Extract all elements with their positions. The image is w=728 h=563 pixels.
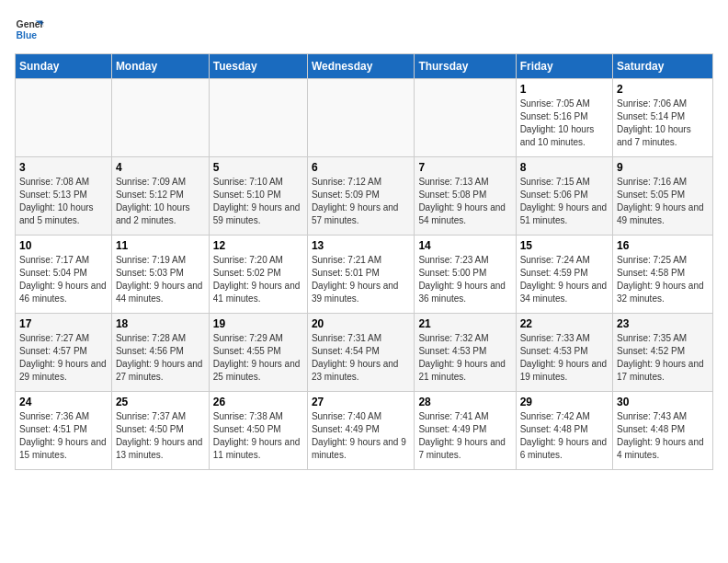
day-info: Sunrise: 7:17 AM Sunset: 5:04 PM Dayligh… [19,254,108,305]
day-info: Sunrise: 7:32 AM Sunset: 4:53 PM Dayligh… [418,332,511,384]
day-number: 12 [213,239,303,252]
day-info: Sunrise: 7:21 AM Sunset: 5:01 PM Dayligh… [312,254,411,305]
calendar-cell: 17Sunrise: 7:27 AM Sunset: 4:57 PM Dayli… [16,314,112,392]
weekday-header: Monday [111,54,209,79]
day-number: 5 [213,161,303,174]
weekday-header: Tuesday [209,54,307,79]
day-info: Sunrise: 7:16 AM Sunset: 5:05 PM Dayligh… [617,176,709,227]
day-info: Sunrise: 7:25 AM Sunset: 4:58 PM Dayligh… [617,254,709,305]
day-info: Sunrise: 7:19 AM Sunset: 5:03 PM Dayligh… [116,254,205,305]
calendar-cell: 2Sunrise: 7:06 AM Sunset: 5:14 PM Daylig… [613,79,713,157]
day-info: Sunrise: 7:09 AM Sunset: 5:12 PM Dayligh… [116,176,205,227]
day-number: 17 [19,317,108,330]
day-info: Sunrise: 7:43 AM Sunset: 4:48 PM Dayligh… [617,410,709,462]
calendar-cell: 7Sunrise: 7:13 AM Sunset: 5:08 PM Daylig… [415,157,516,236]
calendar-cell [111,79,209,157]
calendar-cell: 3Sunrise: 7:08 AM Sunset: 5:13 PM Daylig… [16,157,112,236]
calendar-week-row: 10Sunrise: 7:17 AM Sunset: 5:04 PM Dayli… [16,236,713,314]
day-info: Sunrise: 7:23 AM Sunset: 5:00 PM Dayligh… [418,254,511,305]
calendar-cell: 21Sunrise: 7:32 AM Sunset: 4:53 PM Dayli… [415,314,516,392]
day-number: 9 [617,161,709,174]
calendar-week-row: 17Sunrise: 7:27 AM Sunset: 4:57 PM Dayli… [16,314,713,392]
weekday-header: Saturday [613,54,713,79]
day-info: Sunrise: 7:24 AM Sunset: 4:59 PM Dayligh… [520,254,609,305]
day-number: 21 [418,317,511,330]
day-number: 3 [19,161,108,174]
day-number: 8 [520,161,609,174]
day-number: 14 [418,239,511,252]
day-info: Sunrise: 7:05 AM Sunset: 5:16 PM Dayligh… [520,98,609,149]
page-header: General Blue [15,15,713,44]
day-info: Sunrise: 7:15 AM Sunset: 5:06 PM Dayligh… [520,176,609,227]
calendar-cell: 28Sunrise: 7:41 AM Sunset: 4:49 PM Dayli… [415,392,516,470]
calendar-cell: 8Sunrise: 7:15 AM Sunset: 5:06 PM Daylig… [516,157,612,236]
calendar-week-row: 1Sunrise: 7:05 AM Sunset: 5:16 PM Daylig… [16,79,713,157]
calendar-cell: 15Sunrise: 7:24 AM Sunset: 4:59 PM Dayli… [516,236,612,314]
logo-icon: General Blue [15,15,44,44]
calendar-cell: 9Sunrise: 7:16 AM Sunset: 5:05 PM Daylig… [613,157,713,236]
day-number: 29 [520,396,609,408]
calendar-cell: 25Sunrise: 7:37 AM Sunset: 4:50 PM Dayli… [111,392,209,470]
day-number: 1 [520,83,609,96]
day-info: Sunrise: 7:20 AM Sunset: 5:02 PM Dayligh… [213,254,303,305]
day-number: 28 [418,396,511,408]
calendar-cell: 22Sunrise: 7:33 AM Sunset: 4:53 PM Dayli… [516,314,612,392]
calendar-cell [16,79,112,157]
day-number: 24 [19,396,108,408]
day-number: 20 [312,317,411,330]
calendar-week-row: 24Sunrise: 7:36 AM Sunset: 4:51 PM Dayli… [16,392,713,470]
calendar-cell: 16Sunrise: 7:25 AM Sunset: 4:58 PM Dayli… [613,236,713,314]
calendar-cell: 12Sunrise: 7:20 AM Sunset: 5:02 PM Dayli… [209,236,307,314]
day-info: Sunrise: 7:33 AM Sunset: 4:53 PM Dayligh… [520,332,609,384]
weekday-header: Thursday [415,54,516,79]
day-info: Sunrise: 7:36 AM Sunset: 4:51 PM Dayligh… [19,410,108,462]
calendar-cell: 29Sunrise: 7:42 AM Sunset: 4:48 PM Dayli… [516,392,612,470]
day-info: Sunrise: 7:35 AM Sunset: 4:52 PM Dayligh… [617,332,709,384]
day-number: 6 [312,161,411,174]
day-number: 19 [213,317,303,330]
calendar-cell: 10Sunrise: 7:17 AM Sunset: 5:04 PM Dayli… [16,236,112,314]
day-info: Sunrise: 7:13 AM Sunset: 5:08 PM Dayligh… [418,176,511,227]
calendar-cell: 24Sunrise: 7:36 AM Sunset: 4:51 PM Dayli… [16,392,112,470]
calendar-cell: 6Sunrise: 7:12 AM Sunset: 5:09 PM Daylig… [307,157,415,236]
calendar-cell: 14Sunrise: 7:23 AM Sunset: 5:00 PM Dayli… [415,236,516,314]
day-info: Sunrise: 7:28 AM Sunset: 4:56 PM Dayligh… [116,332,205,384]
day-number: 25 [116,396,205,408]
svg-text:Blue: Blue [17,30,38,40]
calendar-week-row: 3Sunrise: 7:08 AM Sunset: 5:13 PM Daylig… [16,157,713,236]
calendar-cell: 11Sunrise: 7:19 AM Sunset: 5:03 PM Dayli… [111,236,209,314]
calendar-cell [307,79,415,157]
day-number: 30 [617,396,709,408]
day-number: 15 [520,239,609,252]
day-info: Sunrise: 7:31 AM Sunset: 4:54 PM Dayligh… [312,332,411,384]
day-number: 13 [312,239,411,252]
weekday-header-row: SundayMondayTuesdayWednesdayThursdayFrid… [16,54,713,79]
calendar-cell: 5Sunrise: 7:10 AM Sunset: 5:10 PM Daylig… [209,157,307,236]
day-info: Sunrise: 7:37 AM Sunset: 4:50 PM Dayligh… [116,410,205,462]
calendar-cell: 4Sunrise: 7:09 AM Sunset: 5:12 PM Daylig… [111,157,209,236]
day-info: Sunrise: 7:40 AM Sunset: 4:49 PM Dayligh… [312,410,411,462]
day-number: 26 [213,396,303,408]
calendar-cell: 27Sunrise: 7:40 AM Sunset: 4:49 PM Dayli… [307,392,415,470]
weekday-header: Sunday [16,54,112,79]
day-number: 2 [617,83,709,96]
calendar-cell [415,79,516,157]
calendar-cell: 26Sunrise: 7:38 AM Sunset: 4:50 PM Dayli… [209,392,307,470]
day-number: 16 [617,239,709,252]
calendar-cell: 13Sunrise: 7:21 AM Sunset: 5:01 PM Dayli… [307,236,415,314]
day-info: Sunrise: 7:38 AM Sunset: 4:50 PM Dayligh… [213,410,303,462]
calendar-cell: 18Sunrise: 7:28 AM Sunset: 4:56 PM Dayli… [111,314,209,392]
day-number: 4 [116,161,205,174]
day-number: 18 [116,317,205,330]
day-info: Sunrise: 7:06 AM Sunset: 5:14 PM Dayligh… [617,98,709,149]
weekday-header: Wednesday [307,54,415,79]
calendar-cell [209,79,307,157]
calendar-cell: 23Sunrise: 7:35 AM Sunset: 4:52 PM Dayli… [613,314,713,392]
calendar-cell: 19Sunrise: 7:29 AM Sunset: 4:55 PM Dayli… [209,314,307,392]
day-info: Sunrise: 7:10 AM Sunset: 5:10 PM Dayligh… [213,176,303,227]
day-number: 22 [520,317,609,330]
day-number: 23 [617,317,709,330]
day-info: Sunrise: 7:29 AM Sunset: 4:55 PM Dayligh… [213,332,303,384]
day-info: Sunrise: 7:41 AM Sunset: 4:49 PM Dayligh… [418,410,511,462]
day-info: Sunrise: 7:12 AM Sunset: 5:09 PM Dayligh… [312,176,411,227]
